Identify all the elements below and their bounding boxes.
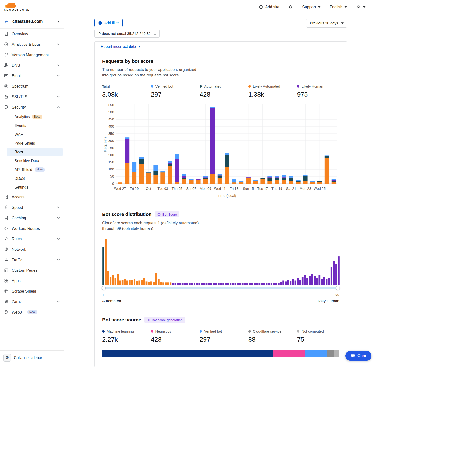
sidebar-item-email[interactable]: Email — [0, 71, 63, 81]
sidebar-subitem-security-api-shield[interactable]: API Shield New — [0, 165, 63, 174]
chevron-down-icon — [318, 6, 320, 8]
date-range-label: Previous 30 days — [310, 21, 338, 25]
stat-label[interactable]: Heuristics — [156, 329, 171, 334]
requests-stats-row: Total 3.08k Verified bot 297 Automated 4… — [102, 84, 339, 98]
sidebar-item-version-management[interactable]: Version Management — [0, 50, 63, 60]
stat-likely-human: Likely Human 975 — [290, 84, 339, 98]
sidebar-subitem-security-waf[interactable]: WAF — [0, 130, 63, 139]
sidebar-subitem-security-page-shield[interactable]: Page Shield — [0, 139, 63, 148]
slider-range-labels: Automated Likely Human — [102, 299, 339, 303]
filter-chip[interactable]: IP does not equal 35.212.240.32 — [94, 30, 159, 38]
date-range-select[interactable]: Previous 30 days — [306, 19, 347, 28]
sidebar-item-speed[interactable]: Speed — [0, 202, 63, 213]
sidebar-item-analytics-logs[interactable]: Analytics & Logs — [0, 39, 63, 50]
language-menu[interactable]: English — [329, 5, 347, 9]
sidebar-item-label: Scrape Shield — [12, 289, 36, 294]
bot-score-badge[interactable]: Bot Score — [155, 211, 179, 217]
stat-automated: Automated 428 — [193, 84, 242, 98]
sidebar-item-dns[interactable]: DNS — [0, 60, 63, 71]
sidebar-item-scrape-shield[interactable]: Scrape Shield — [0, 286, 63, 296]
sidebar-item-zaraz[interactable]: Zaraz — [0, 296, 63, 307]
stat-verified-bot: Verified bot 297 — [145, 84, 193, 98]
stat-label[interactable]: Machine learning — [107, 329, 134, 334]
sidebar-item-overview[interactable]: Overview — [0, 29, 63, 39]
slider-min-value: 1 — [102, 293, 104, 297]
chevron-down-icon — [57, 259, 60, 261]
caret-right-icon — [138, 45, 140, 48]
slider-handle-max[interactable] — [336, 286, 340, 290]
svg-text:50: 50 — [110, 175, 114, 178]
svg-text:200: 200 — [108, 153, 114, 157]
location-pin-icon — [4, 247, 9, 252]
chat-button[interactable]: Chat — [345, 351, 371, 361]
sidebar-item-network[interactable]: Network — [0, 244, 63, 254]
sidebar-item-security[interactable]: Security — [0, 102, 63, 112]
gear-icon[interactable]: ⚙ — [3, 354, 11, 362]
collapse-sidebar-label[interactable]: Collapse sidebar — [14, 356, 42, 360]
slider-handle-min[interactable] — [102, 286, 106, 290]
stat-label[interactable]: Likely Automated — [253, 84, 280, 89]
sidebar-item-ssl-tls[interactable]: SSL/TLS — [0, 91, 63, 102]
stat-label[interactable]: Verified bot — [204, 329, 222, 334]
bot-score-generation-badge[interactable]: Bot score generation — [144, 317, 185, 323]
sidebar-subitem-security-bots[interactable]: Bots — [7, 148, 63, 157]
source-bar-segment — [327, 349, 334, 357]
chevron-right-icon[interactable] — [58, 20, 60, 23]
card-title: Bot score distribution — [102, 212, 152, 217]
main-content: Add filter IP does not equal 35.212.240.… — [94, 19, 347, 367]
sidebar-item-access[interactable]: Access — [0, 192, 63, 202]
svg-text:550: 550 — [108, 103, 114, 107]
close-icon[interactable] — [154, 32, 157, 35]
sidebar-item-workers-routes[interactable]: Workers Routes — [0, 223, 63, 233]
stat-value: 2.27k — [102, 336, 145, 343]
support-menu[interactable]: Support — [302, 5, 320, 9]
sidebar-item-custom-pages[interactable]: Custom Pages — [0, 265, 63, 275]
subitem-label: Bots — [14, 150, 23, 154]
topnav-actions: Add site Support English — [259, 5, 472, 10]
stat-value: 297 — [200, 336, 242, 343]
copy-shield-icon — [4, 289, 9, 294]
stat-label[interactable]: Verified bot — [156, 84, 173, 89]
stat-heuristics: Heuristics 428 — [145, 329, 193, 343]
sidebar-subitem-security-events[interactable]: Events — [0, 121, 63, 130]
stat-label[interactable]: Cloudflare service — [253, 329, 281, 334]
language-label: English — [329, 5, 342, 9]
legend-dot — [102, 330, 105, 333]
sidebar-subitem-security-ddos[interactable]: DDoS — [0, 174, 63, 183]
stat-value: 975 — [297, 91, 339, 98]
account-menu[interactable] — [356, 5, 366, 10]
search-button[interactable] — [288, 5, 293, 10]
sidebar-item-spectrum[interactable]: Spectrum — [0, 81, 63, 91]
sidebar-item-rules[interactable]: Rules — [0, 233, 63, 244]
sidebar-item-apps[interactable]: Apps — [0, 275, 63, 286]
svg-text:Mon 23: Mon 23 — [300, 187, 311, 190]
document-icon — [4, 32, 9, 36]
card-description: Cloudflare scores each request 1 (defini… — [102, 220, 202, 231]
sidebar-item-web3[interactable]: Web3 New — [0, 307, 63, 317]
add-site-label: Add site — [265, 5, 279, 9]
add-filter-button[interactable]: Add filter — [94, 19, 123, 27]
badge-label: Bot Score — [162, 213, 177, 216]
stat-label[interactable]: Automated — [204, 84, 222, 89]
network-nodes-icon — [4, 63, 9, 68]
slider-values: 1 99 — [102, 293, 339, 297]
requests-stacked-bar-chart: 050100150200250300350400450500550Wed 27F… — [102, 102, 340, 198]
cloudflare-logo[interactable]: CLOUDFLARE — [4, 3, 30, 11]
sidebar-subitem-security-settings[interactable]: Settings — [0, 183, 63, 192]
report-incorrect-data-link[interactable]: Report incorrect data — [101, 44, 136, 49]
shield-icon — [4, 105, 9, 109]
sidebar-item-traffic[interactable]: Traffic — [0, 254, 63, 265]
svg-text:Wed 25: Wed 25 — [314, 187, 326, 190]
plus-circle-icon — [98, 21, 102, 25]
add-site-button[interactable]: Add site — [259, 5, 279, 9]
sidebar-subitem-security-sensitive-data[interactable]: Sensitive Data — [0, 157, 63, 165]
stat-label[interactable]: Not computed — [301, 329, 324, 334]
stat-label[interactable]: Likely Human — [301, 84, 323, 89]
sidebar-item-caching[interactable]: Caching — [0, 213, 63, 223]
sidebar-subitem-security-analytics[interactable]: Analytics Beta — [0, 112, 63, 121]
database-icon — [4, 215, 9, 220]
back-arrow-icon[interactable] — [4, 19, 9, 24]
legend-dot — [200, 330, 202, 333]
stat-likely-automated: Likely Automated 1.38k — [242, 84, 291, 98]
lightning-icon — [4, 205, 9, 210]
